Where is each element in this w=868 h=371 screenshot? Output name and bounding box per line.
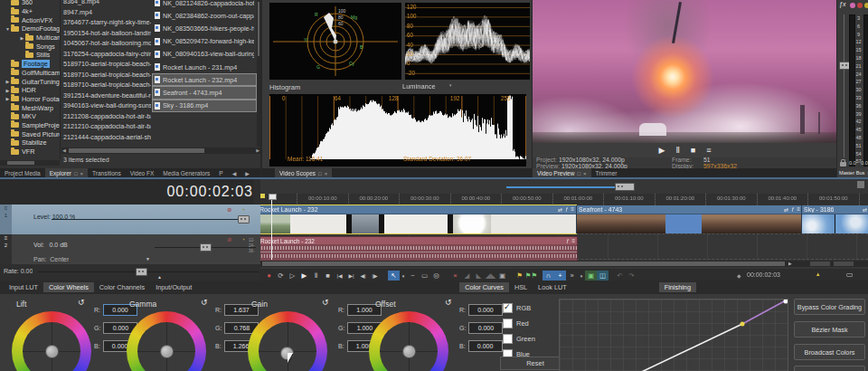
folder-item[interactable]: Songs [0, 42, 60, 51]
channel-checkbox-row[interactable]: Red [503, 316, 553, 331]
track-mute-icon[interactable]: ⊘ [227, 236, 231, 243]
file-item[interactable]: Seafront - 4743.mp4 [152, 86, 257, 99]
play-icon[interactable]: ▶ [298, 271, 310, 281]
float-icon[interactable]: □ [318, 171, 322, 176]
checkbox-icon[interactable] [503, 334, 513, 344]
folder-item[interactable]: ▶ HDR [0, 86, 60, 95]
stop-icon[interactable]: ■ [691, 146, 695, 155]
file-item[interactable]: 2121444-cappadocia-aerial-shot... [61, 132, 151, 143]
timeline-zoom-handle[interactable] [615, 183, 635, 191]
tab-color-curves[interactable]: Color Curves [459, 282, 509, 292]
file-item[interactable]: 3176254-cappadocia-fairy-chim... [61, 49, 151, 60]
folder-item[interactable]: Footage [0, 60, 60, 69]
float-icon[interactable]: □ [74, 171, 78, 176]
color-wheel-lift[interactable] [12, 311, 91, 371]
float-icon[interactable]: □ [577, 171, 580, 176]
track-solo-icon[interactable]: ◔ [241, 206, 245, 213]
loop-playback-icon[interactable]: ⟳ [275, 271, 287, 281]
timeline-tracks-area[interactable]: 00:00:10:0000:00:20:0000:00:30:0000:00:4… [260, 179, 868, 282]
folder-item[interactable]: VFR [0, 147, 60, 157]
rate-slider[interactable] [38, 271, 259, 272]
folder-item[interactable]: ActionVFX [0, 15, 60, 24]
file-item[interactable]: 5189710-aerial-tropical-beach-b... [61, 59, 151, 70]
tab-hsl[interactable]: HSL [509, 282, 533, 292]
file-item[interactable]: 1045067-hot-air-ballooning.mov [61, 38, 151, 49]
crossfade-icon[interactable]: ◢◣ [485, 271, 496, 281]
file-item[interactable]: NK_080940163-view-ball-during-sunse... [152, 48, 257, 61]
rate-center-icon[interactable]: ▲ [157, 274, 162, 280]
tab-color-wheels[interactable]: Color Wheels [43, 282, 94, 292]
curves-editor[interactable] [559, 299, 788, 371]
tab-scroll-right-icon[interactable]: ▶ [241, 168, 254, 177]
zoom-in-button[interactable] [834, 262, 854, 266]
track-header-audio[interactable]: ≡ 2 Vol: 0.0 dB Pan: Center ▼ ⊘ ◔ 12-24 [0, 234, 260, 264]
time-display[interactable]: 00:00:02:03 [0, 179, 253, 205]
track-solo-icon[interactable]: ◔ [241, 236, 245, 243]
curve-point-yellow[interactable] [741, 322, 745, 327]
envelope-tool-icon[interactable]: ~ [407, 271, 419, 281]
expand-arrow-icon[interactable]: ▼ [5, 26, 11, 32]
folder-item[interactable]: GolfMulticam [0, 69, 60, 78]
close-icon[interactable]: × [325, 171, 328, 176]
scroll-left-icon[interactable]: ◀ [62, 147, 66, 153]
pan-crop-icon[interactable]: ⇄ [863, 206, 867, 213]
timeline-zoom-slider[interactable] [506, 186, 615, 188]
preview-menu-icon[interactable]: ≡ [706, 146, 711, 155]
channel-checkbox-row[interactable]: Green [503, 331, 553, 347]
prev-frame-icon[interactable]: ◀| [357, 271, 369, 281]
ripple-dropdown-icon[interactable]: ▾ [578, 271, 585, 281]
clip-video-rocket[interactable]: Rocket Launch - 232 ⇄ƒ≡ [260, 205, 576, 233]
expand-arrow-icon[interactable]: ▶ [5, 88, 11, 93]
play-icon[interactable]: ▶ [658, 146, 665, 155]
normal-edit-tool-icon[interactable]: ↖ [388, 271, 400, 281]
clip-fx-icon[interactable]: ƒ [566, 238, 569, 243]
track-header-video[interactable]: ≡ 1 Level: 100.0 % ⊘ ◔ [0, 205, 260, 234]
file-item[interactable]: Rocket Launch - 231.mp4 [152, 61, 257, 73]
tab-color-channels[interactable]: Color Channels [94, 282, 150, 292]
file-item[interactable]: 2121208-cappadocia-hot-air-bal... [61, 111, 151, 122]
fader-track[interactable] [844, 14, 844, 157]
clip-menu-icon[interactable]: ≡ [797, 206, 800, 213]
playhead-handle[interactable] [269, 194, 277, 200]
tab-trimmer[interactable]: Trimmer [591, 168, 622, 177]
stop-icon[interactable]: ■ [322, 271, 334, 281]
tab-input-lut[interactable]: Input LUT [4, 282, 43, 292]
region-flags-icon[interactable]: ⚑⚑ [525, 271, 537, 281]
level-slider[interactable] [52, 219, 241, 220]
timeline-corner-button[interactable] [857, 181, 864, 188]
chevron-down-icon[interactable]: ▾ [449, 82, 452, 88]
scroll-right-icon[interactable]: ▶ [788, 261, 792, 266]
tab-more[interactable]: P [214, 168, 227, 177]
tab-scroll-left-icon[interactable]: ◀ [228, 168, 241, 177]
folder-tree[interactable]: 360 4k+ ActionVFX ▼ DemoFootage ▶ Multic… [0, 0, 61, 159]
file-item[interactable]: 1950154-hot-air-balloon-landin... [61, 28, 151, 39]
pan-crop-icon[interactable]: ⇄ [784, 206, 788, 213]
clip-video-sky[interactable]: Sky - 3186 ⇄ [801, 205, 868, 233]
next-frame-icon[interactable]: |▶ [369, 271, 381, 281]
scroll-right-icon[interactable]: ▶ [256, 147, 259, 153]
tree-hscrollbar[interactable] [0, 160, 60, 166]
tab-input-output[interactable]: Input/Output [150, 282, 197, 292]
clip-menu-icon[interactable]: ≡ [571, 206, 574, 213]
zoom-tool-icon[interactable]: ◎ [430, 271, 442, 281]
file-item[interactable]: 8364_8.mp4 [61, 0, 151, 7]
files-hscrollbar[interactable]: ◀ ▶ [61, 147, 260, 154]
file-item[interactable]: NK_083503665-hikers-people-hiking-h... [152, 22, 257, 34]
file-item[interactable]: NK_085209472-forward-high-key-aeria... [152, 35, 257, 48]
fade-in-icon[interactable]: ◢ [461, 271, 473, 281]
play-from-start-icon[interactable]: ▷ [287, 271, 298, 281]
auto-ripple-icon[interactable]: » [566, 271, 578, 281]
file-item[interactable]: 2121210-cappadocia-hot-air-bal... [61, 121, 151, 132]
pan-crop-icon[interactable]: ⇄ [558, 206, 562, 213]
tab-transitions[interactable]: Transitions [88, 168, 126, 177]
file-list-col2[interactable]: NK_082124826-cappadocia-hot-air-bal... N… [152, 0, 257, 147]
file-item[interactable]: 8947.mp4 [61, 7, 151, 18]
tab-project-media[interactable]: Project Media [0, 168, 45, 177]
lock-icon[interactable] [840, 162, 846, 166]
expand-arrow-icon[interactable]: ▶ [5, 96, 11, 101]
reset-icon[interactable]: ↺ [445, 298, 452, 307]
expand-arrow-icon[interactable]: ▶ [5, 79, 11, 84]
close-icon[interactable]: × [80, 171, 84, 176]
track-mute-icon[interactable]: ⊘ [227, 206, 231, 213]
event-tool-b-icon[interactable]: ◫ [597, 271, 609, 281]
